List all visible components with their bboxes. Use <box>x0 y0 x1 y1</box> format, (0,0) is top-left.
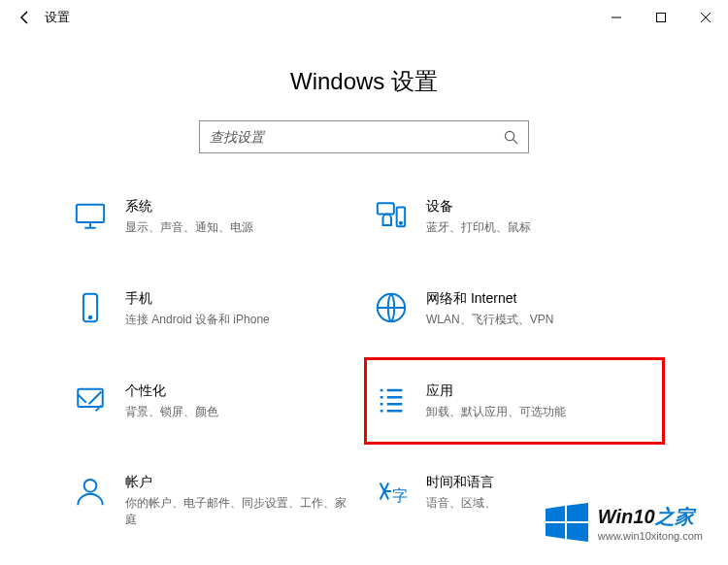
card-label: 时间和语言 <box>426 474 655 491</box>
paintbrush-icon <box>73 382 108 417</box>
card-label: 帐户 <box>125 474 354 491</box>
search-box[interactable] <box>199 120 529 153</box>
apps-list-icon <box>374 382 409 417</box>
svg-point-1 <box>505 131 513 140</box>
phone-icon <box>73 290 108 325</box>
watermark: Win10之家 www.win10xitong.com <box>544 499 703 546</box>
close-icon <box>701 13 711 22</box>
svg-text:字: 字 <box>392 487 408 504</box>
card-sub: 卸载、默认应用、可选功能 <box>426 404 655 420</box>
card-sub: 连接 Android 设备和 iPhone <box>125 312 354 328</box>
card-network[interactable]: 网络和 Internet WLAN、飞行模式、VPN <box>374 290 655 328</box>
card-apps[interactable]: 应用 卸载、默认应用、可选功能 <box>364 357 665 446</box>
window-title: 设置 <box>45 9 70 26</box>
card-system[interactable]: 系统 显示、声音、通知、电源 <box>73 198 354 236</box>
svg-point-5 <box>400 222 402 224</box>
card-devices[interactable]: 设备 蓝牙、打印机、鼠标 <box>374 198 655 236</box>
card-personalization[interactable]: 个性化 背景、锁屏、颜色 <box>73 382 354 420</box>
minimize-icon <box>612 13 621 22</box>
card-label: 系统 <box>125 198 354 216</box>
devices-icon <box>374 198 409 233</box>
display-icon <box>73 198 108 233</box>
minimize-button[interactable] <box>594 2 639 33</box>
close-button[interactable] <box>683 2 728 33</box>
search-icon <box>493 130 528 145</box>
svg-rect-0 <box>657 14 666 22</box>
card-label: 个性化 <box>125 382 354 400</box>
card-sub: 蓝牙、打印机、鼠标 <box>426 219 655 236</box>
back-button[interactable] <box>10 2 41 33</box>
windows-logo-icon <box>544 499 590 546</box>
titlebar: 设置 <box>0 0 728 35</box>
svg-point-7 <box>89 316 92 318</box>
svg-rect-2 <box>77 205 104 222</box>
globe-icon <box>374 290 409 325</box>
card-label: 设备 <box>426 198 655 216</box>
maximize-button[interactable] <box>639 2 683 33</box>
watermark-url: www.win10xitong.com <box>598 530 703 542</box>
card-label: 应用 <box>426 382 655 400</box>
language-icon: 字 <box>374 474 409 509</box>
person-icon <box>73 474 108 509</box>
card-phone[interactable]: 手机 连接 Android 设备和 iPhone <box>73 290 354 328</box>
search-input[interactable] <box>200 121 493 152</box>
window-controls <box>594 2 728 33</box>
page-title: Windows 设置 <box>39 66 689 97</box>
svg-point-10 <box>84 480 97 492</box>
card-label: 网络和 Internet <box>426 290 655 308</box>
card-sub: 显示、声音、通知、电源 <box>125 219 354 236</box>
card-accounts[interactable]: 帐户 你的帐户、电子邮件、同步设置、工作、家庭 <box>73 474 354 528</box>
svg-rect-3 <box>378 203 394 214</box>
card-sub: 背景、锁屏、颜色 <box>125 404 354 420</box>
card-sub: WLAN、飞行模式、VPN <box>426 312 655 328</box>
card-label: 手机 <box>125 290 354 308</box>
maximize-icon <box>656 13 666 22</box>
watermark-brand: Win10之家 <box>598 504 703 530</box>
card-sub: 你的帐户、电子邮件、同步设置、工作、家庭 <box>125 495 354 528</box>
